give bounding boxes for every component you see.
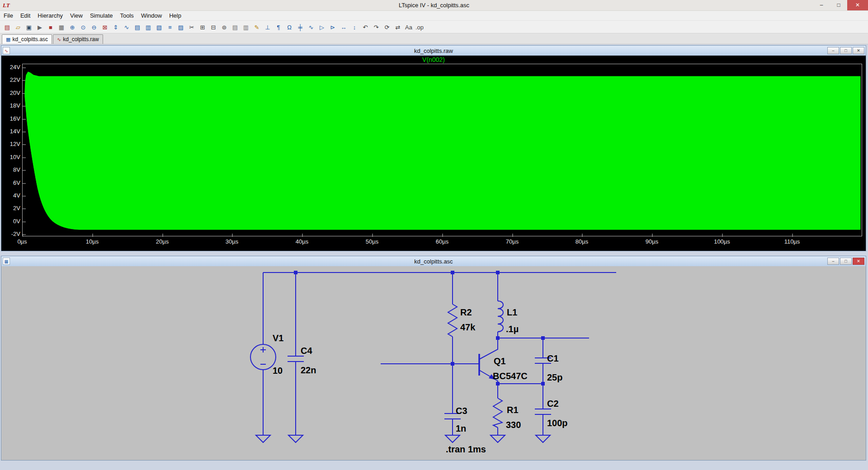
place-diode-icon[interactable]: ▷ (317, 22, 327, 32)
label-r2-value[interactable]: 47k (460, 322, 476, 332)
rotate-icon[interactable]: ⟳ (382, 22, 392, 32)
tile-vertical-icon[interactable]: ▥ (143, 22, 153, 32)
close-button[interactable]: ✕ (847, 0, 868, 10)
drag-icon[interactable]: ↕ (349, 22, 359, 32)
label-c2-value[interactable]: 100p (547, 418, 568, 428)
save-icon[interactable]: ▣ (24, 22, 34, 32)
zoom-in-icon[interactable]: ⊕ (67, 22, 77, 32)
print-preview-icon[interactable]: ▤ (230, 22, 240, 32)
draw-wire-icon[interactable]: ✎ (252, 22, 262, 32)
app-title: LTspice IV - kd_colpitts.asc (0, 2, 868, 9)
label-r1-name[interactable]: R1 (507, 405, 519, 415)
move-icon[interactable]: ↔ (339, 22, 349, 32)
waveform-window-icon: ∿ (3, 47, 10, 54)
schematic-wiring[interactable] (250, 273, 616, 442)
menu-edit[interactable]: Edit (17, 11, 34, 21)
minimize-button[interactable]: ‒ (827, 258, 839, 265)
y-axis-label: 18V (1, 102, 20, 109)
maximize-button[interactable]: □ (840, 47, 852, 54)
zoom-out-icon[interactable]: ⊖ (89, 22, 99, 32)
tile-horizontal-icon[interactable]: ▤ (132, 22, 142, 32)
add-plot-pane-icon[interactable]: ∿ (122, 22, 132, 32)
open-file-icon[interactable]: ▱ (13, 22, 23, 32)
add-text-icon[interactable]: Aa (404, 22, 414, 32)
undo-icon[interactable]: ↶ (360, 22, 370, 32)
zoom-back-icon[interactable]: ⊙ (78, 22, 88, 32)
menu-simulate[interactable]: Simulate (86, 11, 117, 21)
close-icon[interactable]: ✕ (853, 47, 864, 54)
waveform-plot-pane[interactable]: V(n002) 24V 22V 20V 18V 16V 14V 12V 10V … (1, 56, 866, 251)
menu-hierarchy[interactable]: Hierarchy (34, 11, 66, 21)
tab-kd-colpitts-raw[interactable]: ∿ kd_colpitts.raw (53, 34, 103, 44)
waveform-plot-area[interactable] (22, 64, 862, 236)
place-ground-icon[interactable]: ⊥ (263, 22, 273, 32)
x-axis-label: 80µs (566, 238, 598, 245)
place-component-icon[interactable]: ⊳ (328, 22, 338, 32)
place-capacitor-icon[interactable]: ╪ (295, 22, 305, 32)
label-c4-value[interactable]: 22n (301, 365, 316, 375)
label-c1-name[interactable]: C1 (547, 353, 559, 363)
place-resistor-icon[interactable]: Ω (284, 22, 294, 32)
inductor-l1 (498, 301, 503, 332)
close-icon[interactable]: ✕ (853, 258, 864, 265)
resistor-r1 (493, 398, 502, 428)
zoom-full-extents-icon[interactable]: ⊠ (100, 22, 110, 32)
halt-icon[interactable]: ■ (46, 22, 56, 32)
ltspice-app: LT LTspice IV - kd_colpitts.asc ‒ □ ✕ Fi… (0, 0, 868, 470)
place-inductor-icon[interactable]: ∿ (306, 22, 316, 32)
menubar: File Edit Hierarchy View Simulate Tools … (0, 11, 868, 21)
label-v1-name[interactable]: V1 (273, 333, 283, 343)
arrange-icons-icon[interactable]: ≡ (165, 22, 175, 32)
label-r1-value[interactable]: 330 (506, 420, 521, 430)
label-c3-name[interactable]: C3 (456, 406, 467, 416)
trace-v-n002[interactable] (25, 72, 860, 230)
label-q1-name[interactable]: Q1 (494, 356, 506, 366)
y-axis-label: 10V (1, 154, 20, 161)
tab-kd-colpitts-asc[interactable]: ▦ kd_colpitts.asc (2, 34, 52, 44)
waveform-window-titlebar[interactable]: ∿ kd_colpitts.raw ‒ □ ✕ (1, 46, 866, 56)
minimize-button[interactable]: ‒ (827, 47, 839, 54)
label-q1-value[interactable]: BC547C (493, 371, 528, 381)
label-c3-value[interactable]: 1n (456, 423, 466, 433)
menu-help[interactable]: Help (165, 11, 185, 21)
y-axis-label: 8V (1, 166, 20, 174)
label-v1-value[interactable]: 10 (273, 366, 283, 376)
autorange-y-axis-icon[interactable]: ⇕ (111, 22, 121, 32)
maximize-button[interactable]: □ (830, 0, 847, 10)
cascade-windows-icon[interactable]: ▧ (154, 22, 164, 32)
close-window-icon[interactable]: ▨ (176, 22, 186, 32)
y-axis-label: 14V (1, 128, 20, 135)
cut-icon[interactable]: ✂ (187, 22, 197, 32)
label-r2-name[interactable]: R2 (460, 307, 472, 317)
menu-view[interactable]: View (66, 11, 86, 21)
trace-legend[interactable]: V(n002) (1, 56, 866, 63)
run-icon[interactable]: ▶ (35, 22, 45, 32)
label-net-icon[interactable]: ¶ (274, 22, 283, 32)
y-axis-label: 6V (1, 179, 20, 187)
schematic-canvas[interactable]: V1 10 C4 22n R2 47k L1 .1µ Q1 BC547C C1 … (1, 266, 866, 460)
label-l1-name[interactable]: L1 (507, 307, 517, 317)
control-panel-icon[interactable]: ▦ (57, 22, 66, 32)
copy-icon[interactable]: ⊞ (198, 22, 208, 32)
redo-icon[interactable]: ↷ (371, 22, 381, 32)
mirror-icon[interactable]: ⇄ (393, 22, 403, 32)
label-c1-value[interactable]: 25p (547, 372, 562, 382)
paste-icon[interactable]: ⊟ (208, 22, 218, 32)
minimize-button[interactable]: ‒ (813, 0, 830, 10)
menu-window[interactable]: Window (137, 11, 165, 21)
y-axis-label: 2V (1, 205, 20, 212)
menu-tools[interactable]: Tools (117, 11, 137, 21)
spice-directive-icon[interactable]: .op (415, 22, 425, 32)
find-icon[interactable]: ⊚ (219, 22, 229, 32)
y-axis-label: 16V (1, 115, 20, 122)
menu-file[interactable]: File (0, 11, 17, 21)
mdi-area: ∿ kd_colpitts.raw ‒ □ ✕ V(n002) 24V 22V … (0, 44, 868, 470)
schematic-window-titlebar[interactable]: ▦ kd_colpitts.asc ‒ □ ✕ (1, 256, 866, 266)
label-c2-name[interactable]: C2 (547, 399, 559, 409)
label-c4-name[interactable]: C4 (301, 346, 312, 356)
label-l1-value[interactable]: .1µ (506, 324, 519, 334)
label-spice-directive[interactable]: .tran 1ms (446, 444, 486, 454)
print-icon[interactable]: ▥ (241, 22, 251, 32)
new-schematic-icon[interactable]: ▤ (2, 22, 12, 32)
maximize-button[interactable]: □ (840, 258, 852, 265)
